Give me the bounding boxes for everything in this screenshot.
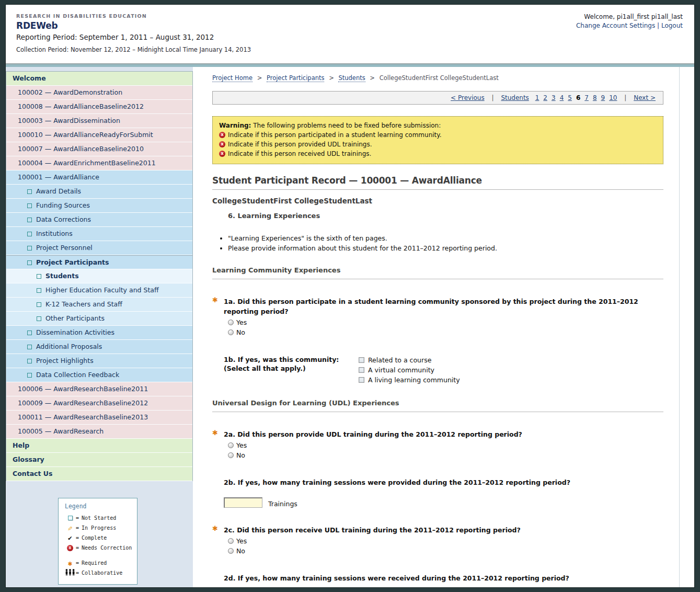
pager-separator: | (492, 94, 494, 101)
checkbox-option[interactable]: A living learning community (359, 375, 460, 385)
sidebar-item[interactable]: 100009 — AwardResearchBaseline2012 (6, 396, 192, 411)
sidebar-item[interactable]: Contact Us (6, 467, 192, 481)
radio-icon[interactable] (228, 320, 234, 325)
logout-link[interactable]: Logout (661, 22, 683, 29)
breadcrumb-current: CollegeStudentFirst CollegeStudentLast (380, 74, 499, 82)
sidebar-item-label: Other Participants (45, 314, 105, 322)
pager-page-link[interactable]: 10 (609, 94, 617, 101)
pager-page-link[interactable]: 7 (584, 94, 589, 101)
trainings-provided-input[interactable] (224, 497, 262, 508)
checkbox-label: A virtual community (368, 366, 434, 374)
sidebar-item[interactable]: Help (6, 439, 192, 453)
legend-equals: = (76, 560, 79, 566)
warning-item: xIndicate if this person participated in… (219, 131, 657, 139)
warning-items: xIndicate if this person participated in… (219, 131, 657, 157)
sidebar-item[interactable]: Welcome (6, 72, 192, 86)
sidebar-item[interactable]: Other Participants (6, 312, 192, 326)
checkbox-label: Related to a course (368, 356, 431, 364)
sidebar-item[interactable]: 100007 — AwardAllianceBaseline2010 (6, 142, 192, 156)
sidebar-item[interactable]: 100008 — AwardAllianceBaseline2012 (6, 100, 192, 114)
question-2a-text: 2a. Did this person provide UDL training… (224, 430, 522, 438)
question-1a-text: 1a. Did this person participate in a stu… (224, 298, 638, 315)
checkbox-option[interactable]: Related to a course (359, 355, 460, 365)
sidebar-item[interactable]: Students (6, 269, 192, 283)
sidebar-item-label: Award Details (36, 187, 81, 195)
radio-option-yes[interactable]: Yes (228, 317, 663, 327)
pager-page-link[interactable]: 8 (593, 94, 597, 101)
question-2b-answer: Trainings (224, 497, 663, 508)
radio-option-no[interactable]: No (228, 546, 663, 556)
sidebar-item-label: Contact Us (13, 470, 52, 477)
section-udl: Universal Design for Learning (UDL) Expe… (212, 399, 663, 412)
previous-page-link[interactable]: < Previous (451, 94, 485, 101)
sidebar-item[interactable]: 100003 — AwardDissemination (6, 114, 192, 128)
sidebar-item[interactable]: Award Details (6, 185, 192, 199)
legend-entry: =Collaborative (65, 568, 134, 578)
required-icon: ✱ (212, 429, 218, 437)
radio-option-no[interactable]: No (228, 327, 663, 337)
radio-option-no[interactable]: No (228, 450, 663, 460)
sidebar-item-label: Dissemination Activities (36, 328, 114, 336)
checkbox-icon[interactable] (359, 367, 364, 373)
sidebar-item-label: 100007 — AwardAllianceBaseline2010 (18, 145, 144, 153)
breadcrumb-project-participants-link[interactable]: Project Participants (267, 74, 325, 82)
sidebar-item[interactable]: Project Personnel (6, 241, 192, 255)
breadcrumb-project-home-link[interactable]: Project Home (212, 74, 253, 82)
link-separator: | (657, 22, 659, 29)
pager-page-link[interactable]: 3 (552, 94, 556, 101)
sidebar-item[interactable]: Higher Education Faculty and Staff (6, 283, 192, 298)
students-list-link[interactable]: Students (501, 94, 529, 101)
breadcrumb-separator: > (257, 74, 262, 82)
sidebar-item[interactable]: K-12 Teachers and Staff (6, 298, 192, 312)
radio-option-yes[interactable]: Yes (228, 536, 663, 546)
radio-icon[interactable] (228, 329, 234, 335)
required-icon: ✱ (68, 559, 72, 567)
question-2b-text: 2b. If yes, how many training sessions w… (224, 479, 570, 486)
next-page-link[interactable]: Next > (634, 94, 656, 101)
pager-page-link[interactable]: 2 (543, 94, 547, 101)
sidebar-item[interactable]: Institutions (6, 227, 192, 241)
breadcrumb-students-link[interactable]: Students (338, 74, 365, 82)
sidebar-item-label: 100009 — AwardResearchBaseline2012 (18, 399, 148, 407)
checkbox-icon[interactable] (359, 377, 364, 383)
collaborative-icon (65, 569, 75, 577)
sidebar-item[interactable]: 100006 — AwardResearchBaseline2011 (6, 382, 192, 396)
sidebar-item[interactable]: Glossary (6, 453, 192, 467)
sidebar-item[interactable]: Data Corrections (6, 213, 192, 227)
checkbox-icon[interactable] (359, 357, 364, 363)
pager-page-link[interactable]: 9 (601, 94, 605, 101)
radio-icon[interactable] (228, 548, 234, 554)
not-started-icon (68, 516, 73, 520)
sidebar-item[interactable]: 100010 — AwardAllianceReadyForSubmit (6, 128, 192, 142)
sidebar-item[interactable]: 100002 — AwardDemonstration (6, 86, 192, 100)
pager-page-link[interactable]: 1 (535, 94, 540, 101)
radio-icon[interactable] (228, 538, 234, 544)
not-started-icon (27, 260, 32, 265)
sidebar-item[interactable]: Additional Proposals (6, 340, 192, 354)
sidebar-item[interactable]: 100001 — AwardAlliance (6, 170, 192, 185)
sidebar-item[interactable]: 100011 — AwardResearchBaseline2013 (6, 411, 192, 425)
change-account-settings-link[interactable]: Change Account Settings (576, 22, 655, 29)
pager-page-link[interactable]: 4 (560, 94, 564, 101)
sidebar-item[interactable]: Project Participants (6, 255, 192, 269)
sidebar-item[interactable]: 100004 — AwardEnrichmentBaseline2011 (6, 156, 192, 170)
checkbox-option[interactable]: A virtual community (359, 365, 460, 375)
radio-icon[interactable] (228, 442, 234, 448)
question-2a: ✱ 2a. Did this person provide UDL traini… (212, 429, 663, 460)
sidebar-item[interactable]: Project Highlights (6, 354, 192, 368)
pager-page-link[interactable]: 5 (568, 94, 572, 101)
needs-correction-icon: x (219, 151, 225, 157)
warning-item: xIndicate if this person provided UDL tr… (219, 141, 657, 148)
sidebar-item[interactable]: Data Collection Feedback (6, 368, 192, 382)
legend-entry: x=Needs Correction (65, 543, 134, 553)
sidebar-item[interactable]: 100005 — AwardResearch (6, 425, 192, 439)
radio-option-yes[interactable]: Yes (228, 440, 663, 450)
sidebar-item[interactable]: Dissemination Activities (6, 326, 192, 340)
reporting-period: Reporting Period: September 1, 2011 – Au… (16, 33, 684, 41)
main-content: Project Home > Project Participants > St… (193, 67, 680, 587)
sidebar-item[interactable]: Funding Sources (6, 199, 192, 213)
radio-icon[interactable] (228, 452, 234, 458)
sidebar-item-label: Glossary (13, 456, 44, 463)
required-icon: ✱ (212, 525, 218, 532)
not-started-icon (27, 373, 32, 378)
